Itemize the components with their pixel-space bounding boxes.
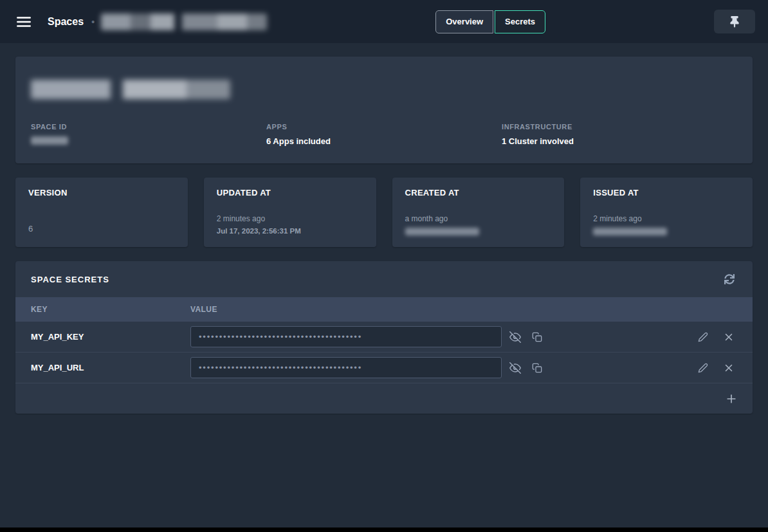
secret-row-my-api-key: MY_API_KEY (15, 322, 753, 353)
copy-icon (532, 332, 542, 342)
pin-button[interactable] (714, 10, 755, 33)
refresh-icon (724, 274, 735, 284)
relative-time: 2 minutes ago (217, 214, 363, 223)
stat-cards-row: VERSION 6 UPDATED AT 2 minutes ago Jul 1… (15, 178, 753, 247)
main-content: SPACE ID APPS 6 Apps included INFRASTRUC… (0, 43, 768, 414)
stat-title: VERSION (28, 188, 175, 197)
eye-off-icon (509, 331, 521, 343)
space-id-value-redacted (31, 136, 68, 145)
field-value: 1 Cluster involved (502, 136, 737, 146)
secret-value-input[interactable] (190, 357, 502, 378)
stat-card-version: VERSION 6 (15, 178, 188, 247)
edit-secret-button[interactable] (695, 360, 711, 376)
menu-button[interactable] (13, 11, 35, 33)
edit-secret-button[interactable] (695, 329, 711, 345)
field-value: 6 Apps included (266, 136, 502, 146)
relative-time: a month ago (405, 214, 552, 223)
timestamp-redacted (593, 228, 667, 235)
secret-value-input[interactable] (190, 326, 502, 347)
space-secrets-card: SPACE SECRETS KEY VALUE MY_API_KEY (15, 261, 753, 414)
column-header-key: KEY (31, 305, 190, 314)
copy-icon (532, 363, 542, 373)
secrets-footer (15, 383, 753, 414)
page-title: Spaces (48, 16, 84, 28)
reveal-value-button[interactable] (507, 329, 524, 345)
timestamp-redacted (405, 228, 479, 235)
version-value: 6 (28, 224, 175, 234)
copy-value-button[interactable] (529, 360, 545, 376)
x-icon (723, 362, 735, 374)
pushpin-icon (730, 16, 739, 28)
timestamp: Jul 17, 2023, 2:56:31 PM (217, 227, 363, 235)
tab-overview[interactable]: Overview (435, 10, 493, 33)
secret-row-my-api-url: MY_API_URL (15, 353, 753, 383)
stat-title: CREATED AT (405, 188, 552, 197)
field-label: SPACE ID (31, 123, 266, 131)
breadcrumb-separator: • (91, 16, 95, 27)
pencil-icon (698, 363, 708, 373)
stat-title: ISSUED AT (593, 188, 740, 197)
pencil-icon (698, 332, 708, 342)
space-title-redacted (31, 80, 230, 99)
eye-off-icon (509, 362, 521, 374)
field-label: INFRASTRUCTURE (502, 123, 737, 131)
hamburger-icon (15, 14, 32, 30)
topbar: Spaces • Overview Secrets (0, 0, 768, 43)
secrets-table-header: KEY VALUE (15, 297, 753, 322)
stat-card-updated-at: UPDATED AT 2 minutes ago Jul 17, 2023, 2… (204, 178, 376, 247)
field-apps: APPS 6 Apps included (266, 123, 502, 146)
secrets-title: SPACE SECRETS (31, 275, 109, 284)
field-infrastructure: INFRASTRUCTURE 1 Cluster involved (502, 123, 737, 146)
space-overview-card: SPACE ID APPS 6 Apps included INFRASTRUC… (15, 57, 753, 163)
stat-card-created-at: CREATED AT a month ago (392, 178, 565, 247)
delete-secret-button[interactable] (720, 329, 737, 345)
column-header-value: VALUE (190, 305, 217, 314)
x-icon (723, 331, 735, 343)
stat-card-issued-at: ISSUED AT 2 minutes ago (580, 178, 753, 247)
stat-title: UPDATED AT (217, 188, 363, 197)
secrets-header: SPACE SECRETS (15, 261, 753, 297)
field-label: APPS (266, 123, 502, 131)
secret-key: MY_API_URL (31, 363, 190, 372)
copy-value-button[interactable] (529, 329, 545, 345)
refresh-button[interactable] (722, 271, 737, 287)
relative-time: 2 minutes ago (593, 214, 740, 223)
overview-fields: SPACE ID APPS 6 Apps included INFRASTRUC… (31, 123, 737, 146)
delete-secret-button[interactable] (720, 360, 737, 376)
tab-secrets[interactable]: Secrets (495, 10, 545, 33)
space-name-redacted (101, 14, 267, 30)
add-secret-button[interactable] (723, 390, 740, 407)
field-space-id: SPACE ID (31, 123, 266, 146)
plus-icon (725, 392, 738, 405)
secret-key: MY_API_KEY (31, 332, 190, 342)
view-tabs: Overview Secrets (435, 10, 545, 33)
reveal-value-button[interactable] (507, 360, 524, 376)
bottom-edge-bar (0, 527, 768, 532)
